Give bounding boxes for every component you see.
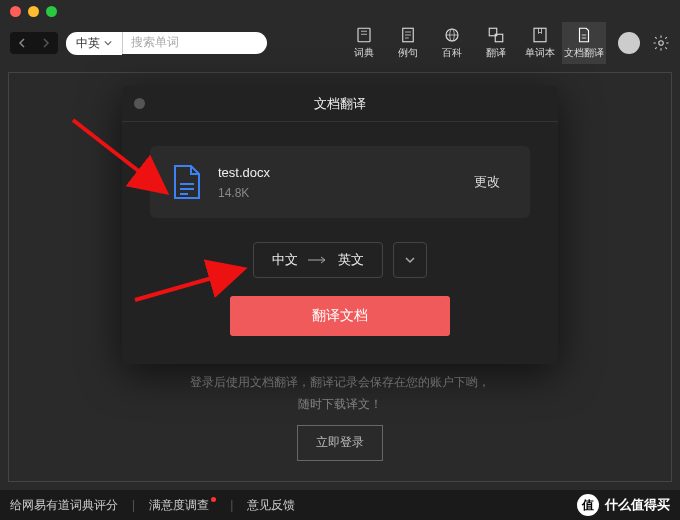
translate-button[interactable]: 翻译文档 [230,296,450,336]
tab-label: 百科 [442,46,462,60]
file-size: 14.8K [218,186,450,200]
bookmark-icon [531,26,549,44]
file-translate-icon [575,26,593,44]
svg-rect-0 [358,28,370,42]
file-icon [172,164,202,200]
gear-icon[interactable] [652,34,670,52]
globe-icon [443,26,461,44]
tab-examples[interactable]: 例句 [386,22,430,64]
footer-survey-link[interactable]: 满意度调查 [149,497,216,514]
tab-translate[interactable]: 翻译 [474,22,518,64]
forward-button[interactable] [34,32,58,54]
file-name: test.docx [218,165,450,180]
footer-feedback-link[interactable]: 意见反馈 [247,497,295,514]
login-button[interactable]: 立即登录 [297,425,383,461]
doc-translate-modal: 文档翻译 test.docx 14.8K 更改 中文 英文 [122,86,558,364]
tab-doc-translate[interactable]: 文档翻译 [562,22,606,64]
lang-pair-label: 中英 [76,35,100,52]
login-hint: 登录后使用文档翻译，翻译记录会保存在您的账户下哟， 随时下载译文！ 立即登录 [9,372,671,461]
lang-selector[interactable]: 中文 英文 [253,242,383,278]
app-window: 中英 搜索单词 词典 例句 百科 翻译 单词本 文档翻译 登录后使用文档翻译，翻… [0,0,680,520]
minimize-dot[interactable] [28,6,39,17]
caret-down-icon [405,255,415,265]
lang-selector-row: 中文 英文 [122,242,558,278]
hint-line2: 随时下载译文！ [9,394,671,416]
hint-line1: 登录后使用文档翻译，翻译记录会保存在您的账户下哟， [9,372,671,394]
lang-to: 英文 [338,251,364,269]
book-icon [355,26,373,44]
tab-label: 文档翻译 [564,46,604,60]
modal-header: 文档翻译 [122,86,558,122]
tab-label: 翻译 [486,46,506,60]
search-input[interactable]: 搜索单词 [122,32,267,54]
watermark-text: 什么值得买 [605,496,670,514]
change-file-button[interactable]: 更改 [466,169,508,195]
modal-title: 文档翻译 [314,95,366,113]
watermark-badge: 值 [577,494,599,516]
lang-pair-pill[interactable]: 中英 [66,32,122,55]
tab-bar: 词典 例句 百科 翻译 单词本 文档翻译 [342,22,606,64]
back-button[interactable] [10,32,34,54]
tab-dictionary[interactable]: 词典 [342,22,386,64]
notification-dot [211,497,216,502]
avatar[interactable] [618,32,640,54]
watermark: 值 什么值得买 [577,494,670,516]
nav-buttons [10,32,58,54]
close-dot[interactable] [10,6,21,17]
search-placeholder: 搜索单词 [131,34,179,51]
tab-wordbook[interactable]: 单词本 [518,22,562,64]
svg-rect-12 [534,28,546,42]
tab-encyclopedia[interactable]: 百科 [430,22,474,64]
toolbar: 中英 搜索单词 词典 例句 百科 翻译 单词本 文档翻译 [0,22,680,64]
zoom-dot[interactable] [46,6,57,17]
chevron-down-icon [104,39,112,47]
tab-label: 单词本 [525,46,555,60]
lang-from: 中文 [272,251,298,269]
tab-label: 例句 [398,46,418,60]
file-card: test.docx 14.8K 更改 [150,146,530,218]
tab-label: 词典 [354,46,374,60]
svg-point-15 [659,41,664,46]
modal-close-dot[interactable] [134,98,145,109]
lang-dropdown-button[interactable] [393,242,427,278]
arrow-right-icon [308,256,328,264]
translate-icon [487,26,505,44]
document-icon [399,26,417,44]
titlebar [0,0,680,22]
footer-rate-link[interactable]: 给网易有道词典评分 [10,497,118,514]
file-info: test.docx 14.8K [218,165,450,200]
